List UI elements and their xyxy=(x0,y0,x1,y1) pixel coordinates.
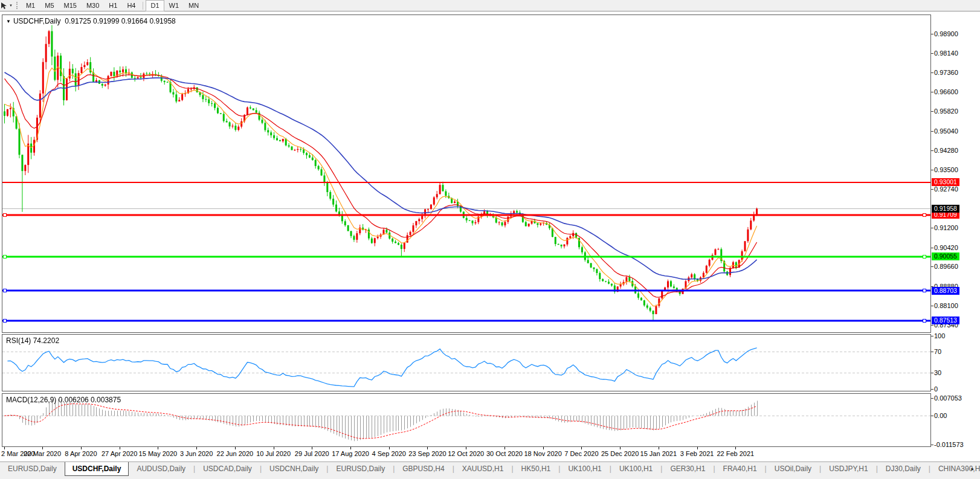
date-tick xyxy=(196,447,197,449)
date-label: 23 Sep 2020 xyxy=(408,450,446,457)
date-tick xyxy=(581,447,582,449)
date-label: 29 Jul 2020 xyxy=(295,450,329,457)
timeframe-button-m5[interactable]: M5 xyxy=(40,0,59,11)
chart-symbol-label: USDCHF,Daily xyxy=(13,17,61,25)
chart-tab-usdcnh-daily[interactable]: USDCNH,Daily xyxy=(262,462,326,476)
chart-tab-fra40-h1[interactable]: FRA40,H1 xyxy=(715,462,765,476)
cursor-tool-caret-icon[interactable]: ▼ xyxy=(8,1,15,10)
chart-tab-audusd-daily[interactable]: AUDUSD,Daily xyxy=(129,462,193,476)
tab-scroll-left-icon[interactable]: ◂ xyxy=(965,466,972,472)
cursor-icon xyxy=(0,2,7,10)
price-tick-label: 0.91200 xyxy=(934,224,958,231)
chart-title: ▼USDCHF,Daily 0.91725 0.91999 0.91664 0.… xyxy=(6,17,176,25)
timeframe-button-h1[interactable]: H1 xyxy=(104,0,122,11)
chart-tab-dj30-daily[interactable]: DJ30,Daily xyxy=(878,462,929,476)
rsi-level-label: 100 xyxy=(934,332,945,339)
chart-tab-usoil-daily[interactable]: USOil,Daily xyxy=(767,462,819,476)
date-label: 3 Jun 2020 xyxy=(180,450,213,457)
chart-tab-uk100-h1[interactable]: UK100,H1 xyxy=(611,462,660,476)
macd-chart-canvas[interactable] xyxy=(2,394,930,446)
chart-tab-uk100-h1[interactable]: UK100,H1 xyxy=(560,462,609,476)
hline-price-tag[interactable]: 0.90055 xyxy=(932,252,959,260)
chart-tabs: EURUSD,DailyUSDCHF,DailyAUDUSD,Daily|USD… xyxy=(0,462,980,476)
date-tick xyxy=(312,447,312,449)
date-tick xyxy=(466,447,466,449)
tab-scroll-right-icon[interactable]: ▸ xyxy=(971,466,978,472)
chart-ohlc-values: 0.91725 0.91999 0.91664 0.91958 xyxy=(65,17,176,25)
price-tick-label: 0.93500 xyxy=(934,166,958,173)
top-toolbar: ▼ M1M5M15M30H1H4 D1W1MN xyxy=(0,0,980,11)
hline-price-tag[interactable]: 0.88703 xyxy=(932,287,959,295)
cursor-tool-button[interactable] xyxy=(0,1,8,10)
timeframe-button-d1[interactable]: D1 xyxy=(146,0,164,11)
date-tick xyxy=(427,447,428,449)
date-tick xyxy=(389,447,390,449)
chart-tab-hk50-h1[interactable]: HK50,H1 xyxy=(514,462,559,476)
timeframe-button-mn[interactable]: MN xyxy=(184,0,204,11)
price-tick-label: 0.88100 xyxy=(934,302,958,309)
chart-tab-xauusd-h1[interactable]: XAUUSD,H1 xyxy=(454,462,512,476)
chart-tab-usdchf-daily[interactable]: USDCHF,Daily xyxy=(65,462,129,476)
toolbar-grip xyxy=(16,2,18,9)
macd-level-label: 0.00 xyxy=(934,412,947,419)
chart-tab-ger30-h1[interactable]: GER30,H1 xyxy=(662,462,713,476)
macd-level-label: 0.007053 xyxy=(934,394,962,402)
date-tick xyxy=(350,447,351,449)
chart-collapse-icon[interactable]: ▼ xyxy=(6,19,11,24)
date-tick xyxy=(543,447,544,449)
date-tick xyxy=(42,447,43,449)
date-tick xyxy=(620,447,621,449)
date-label: 22 Feb 2021 xyxy=(717,450,754,457)
rsi-title: RSI(14) 74.2202 xyxy=(6,336,59,345)
chart-tab-eurusd-daily[interactable]: EURUSD,Daily xyxy=(328,462,393,476)
date-tick xyxy=(659,447,659,449)
timeframe-button-m15[interactable]: M15 xyxy=(59,0,82,11)
timeframe-button-h4[interactable]: H4 xyxy=(122,0,140,11)
date-tick xyxy=(158,447,158,449)
date-label: 22 Jun 2020 xyxy=(217,450,254,457)
date-tick xyxy=(235,447,236,449)
current-price-tag: 0.91958 xyxy=(932,205,959,213)
timeframe-button-w1[interactable]: W1 xyxy=(164,0,184,11)
rsi-level-label: 0 xyxy=(934,385,938,393)
macd-title: MACD(12,26,9) 0.006206 0.003875 xyxy=(6,396,121,404)
rsi-indicator-pane[interactable]: RSI(14) 74.2202 xyxy=(2,334,931,391)
timeframe-button-m30[interactable]: M30 xyxy=(82,0,104,11)
macd-level-label: -0.011573 xyxy=(934,441,964,448)
macd-indicator-pane[interactable]: MACD(12,26,9) 0.006206 0.003875 xyxy=(2,393,931,447)
candlestick-chart-canvas[interactable] xyxy=(2,15,930,332)
date-tick xyxy=(274,447,274,449)
date-tick xyxy=(505,447,505,449)
chart-tab-bar: EURUSD,DailyUSDCHF,DailyAUDUSD,Daily|USD… xyxy=(0,461,980,479)
date-label: 25 Dec 2020 xyxy=(601,450,639,457)
date-tick xyxy=(120,447,120,449)
hline-price-tag[interactable]: 0.93001 xyxy=(932,178,959,186)
date-label: 20 Mar 2020 xyxy=(24,450,61,457)
date-label: 15 Jan 2021 xyxy=(640,450,677,457)
chart-tab-usdcad-daily[interactable]: USDCAD,Daily xyxy=(195,462,260,476)
price-tick-label: 0.98900 xyxy=(934,30,958,37)
price-tick-label: 0.95040 xyxy=(934,127,958,135)
timeframe-group-daily: D1W1MN xyxy=(146,0,204,11)
rsi-chart-canvas[interactable] xyxy=(2,335,930,391)
date-label: 17 Aug 2020 xyxy=(332,450,369,457)
date-tick xyxy=(735,447,736,449)
date-label: 3 Feb 2021 xyxy=(680,450,714,457)
chart-tab-eurusd-daily[interactable]: EURUSD,Daily xyxy=(0,462,65,476)
price-tick-label: 0.95820 xyxy=(934,108,958,115)
timeframe-button-m1[interactable]: M1 xyxy=(21,0,40,11)
chart-tab-gbpusd-h4[interactable]: GBPUSD,H4 xyxy=(395,462,452,476)
date-label: 30 Oct 2020 xyxy=(486,450,523,457)
date-label: 8 Apr 2020 xyxy=(65,450,97,457)
chart-tab-usdjpy-h1[interactable]: USDJPY,H1 xyxy=(821,462,875,476)
date-label: 7 Dec 2020 xyxy=(564,450,598,457)
price-tick-label: 0.96600 xyxy=(934,88,958,95)
toolbar-separator xyxy=(143,2,143,10)
price-tick-label: 0.90420 xyxy=(934,244,958,251)
rsi-level-label: 30 xyxy=(934,369,941,376)
price-tick-label: 0.89660 xyxy=(934,263,958,270)
date-tick xyxy=(697,447,698,449)
date-tick xyxy=(4,447,5,449)
main-chart-pane[interactable]: ▼USDCHF,Daily 0.91725 0.91999 0.91664 0.… xyxy=(2,14,931,333)
hline-price-tag[interactable]: 0.87513 xyxy=(932,317,959,324)
